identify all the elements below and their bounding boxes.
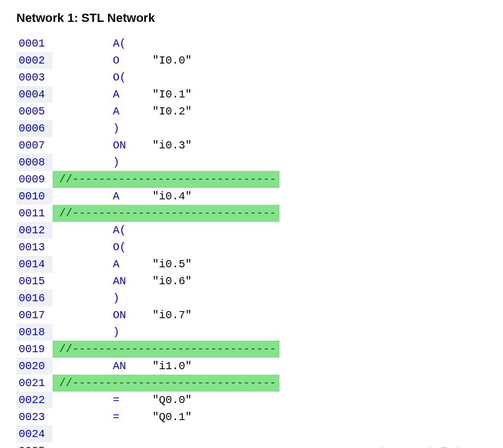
operand: "I0.2": [152, 105, 192, 118]
operand: "i0.7": [152, 309, 192, 321]
opcode: A: [113, 258, 152, 271]
line-content: ): [53, 120, 152, 137]
opcode: A(: [113, 224, 152, 237]
opcode: O(: [113, 241, 152, 254]
line-number: 0019: [16, 341, 53, 358]
opcode: ): [113, 122, 152, 135]
code-line: 0004 A "I0.1": [16, 86, 487, 103]
code-line: 0013 O(: [16, 239, 487, 256]
opcode: A(: [113, 37, 152, 50]
opcode: =: [113, 411, 152, 423]
line-number: 0014: [16, 256, 53, 273]
line-content: ON "i0.7": [53, 307, 192, 324]
line-content: A(: [53, 35, 152, 52]
line-number: 0004: [16, 86, 53, 103]
opcode: ): [113, 156, 152, 169]
code-line: 0024: [16, 426, 487, 443]
opcode: ON: [113, 139, 152, 152]
code-line: 0023 = "Q0.1": [16, 409, 487, 426]
code-line: 0011 //-------------------------------: [16, 205, 487, 222]
code-line: 0005 A "I0.2": [16, 103, 487, 120]
opcode: AN: [113, 275, 152, 288]
operand: "i0.5": [152, 258, 192, 271]
line-content: = "Q0.0": [53, 392, 192, 409]
line-content: AN "i0.6": [53, 273, 192, 290]
opcode: A: [113, 190, 152, 203]
code-line: 0001 A(: [16, 35, 487, 52]
code-line: 0014 A "i0.5": [16, 256, 487, 273]
line-number: 0016: [16, 290, 53, 307]
line-number: 0009: [16, 171, 53, 188]
opcode: O(: [113, 71, 152, 84]
network-title: Network 1: STL Network: [16, 11, 487, 25]
line-content: A "i0.4": [53, 188, 192, 205]
opcode: ON: [113, 309, 152, 321]
line-number: 0007: [16, 137, 53, 154]
operand: "i0.3": [152, 139, 192, 152]
code-line: 0012 A(: [16, 222, 487, 239]
line-content: A "I0.2": [53, 103, 192, 120]
code-line: 0019 //-------------------------------: [16, 341, 487, 358]
stl-code-block: 0001 A( 0002 O "I0.0"0003 O( 0004 A "I0.…: [16, 35, 487, 448]
line-number: 0003: [16, 69, 53, 86]
code-line: 0021 //-------------------------------: [16, 375, 487, 392]
operand: "Q0.0": [152, 394, 192, 406]
line-content: A "I0.1": [53, 86, 192, 103]
line-content: = "Q0.1": [53, 409, 192, 426]
code-line: 0010 A "i0.4": [16, 188, 487, 205]
line-number: 0024: [16, 426, 53, 443]
line-content: ON "i0.3": [53, 137, 192, 154]
operand: "I0.1": [152, 88, 192, 101]
line-content: AN "i1.0": [53, 358, 192, 375]
line-number: 0015: [16, 273, 53, 290]
line-content: O "I0.0": [53, 52, 192, 69]
line-content: A "i0.5": [53, 256, 192, 273]
code-line: 0003 O(: [16, 69, 487, 86]
line-number: 0021: [16, 375, 53, 392]
line-number: 0018: [16, 324, 53, 341]
opcode: O: [113, 54, 152, 67]
opcode: A: [113, 88, 152, 101]
operand: "Q0.1": [152, 411, 192, 423]
opcode: ): [113, 292, 152, 305]
line-number: 0005: [16, 103, 53, 120]
line-number: 0012: [16, 222, 53, 239]
line-content: ): [53, 290, 152, 307]
code-line: 0007 ON "i0.3": [16, 137, 487, 154]
operand: "i0.4": [152, 190, 192, 203]
line-number: 0013: [16, 239, 53, 256]
code-line: 0017 ON "i0.7": [16, 307, 487, 324]
code-line: 0022 = "Q0.0": [16, 392, 487, 409]
code-line: 0006 ): [16, 120, 487, 137]
code-line: 0009 //-------------------------------: [16, 171, 487, 188]
line-number: 0020: [16, 358, 53, 375]
line-number: 0022: [16, 392, 53, 409]
operand: "i1.0": [152, 360, 192, 372]
line-number: 0011: [16, 205, 53, 222]
line-number: 0002: [16, 52, 53, 69]
line-number: 0023: [16, 409, 53, 426]
code-line: 0016 ): [16, 290, 487, 307]
line-number: 0006: [16, 120, 53, 137]
line-content: //-------------------------------: [53, 171, 279, 188]
line-number: 0001: [16, 35, 53, 52]
opcode: ): [113, 326, 152, 338]
line-number: 0008: [16, 154, 53, 171]
line-content: ): [53, 154, 152, 171]
line-content: ): [53, 324, 152, 341]
code-line: 0008 ): [16, 154, 487, 171]
line-content: //-------------------------------: [53, 375, 279, 392]
opcode: A: [113, 105, 152, 118]
line-content: O(: [53, 239, 152, 256]
line-number: 0017: [16, 307, 53, 324]
code-line: 0020 AN "i1.0": [16, 358, 487, 375]
opcode: AN: [113, 360, 152, 372]
code-line: 0018 ): [16, 324, 487, 341]
line-content: A(: [53, 222, 152, 239]
operand: "i0.6": [152, 275, 192, 288]
line-content: //-------------------------------: [53, 341, 279, 358]
line-content: [53, 426, 59, 443]
code-line: 0015 AN "i0.6": [16, 273, 487, 290]
code-line: 0002 O "I0.0": [16, 52, 487, 69]
line-content: //-------------------------------: [53, 205, 279, 222]
